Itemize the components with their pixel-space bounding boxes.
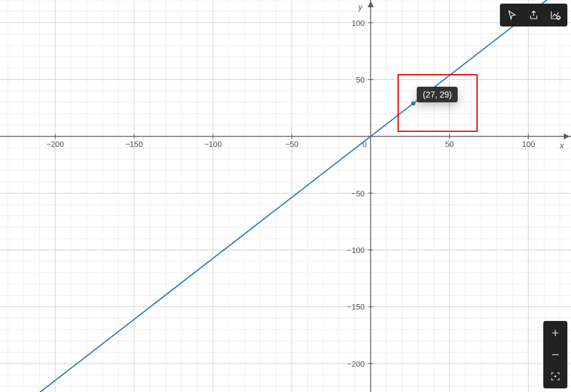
- zoom-fit-button[interactable]: [544, 366, 566, 387]
- graph-settings-icon: [550, 10, 561, 20]
- tooltip-text: (27, 29): [423, 90, 452, 99]
- svg-text:−200: −200: [46, 140, 64, 149]
- svg-text:−50: −50: [285, 140, 298, 149]
- svg-marker-87: [564, 133, 570, 139]
- graph-settings-button[interactable]: [544, 6, 566, 24]
- pointer-icon: [507, 10, 517, 20]
- svg-text:50: 50: [445, 140, 454, 149]
- svg-text:−50: −50: [351, 189, 364, 198]
- minus-icon: [550, 349, 561, 360]
- chart-area[interactable]: −200−150−100−50050100−200−150−100−505010…: [0, 0, 571, 392]
- zoom-out-button[interactable]: [544, 344, 566, 366]
- fit-icon: [550, 371, 561, 382]
- svg-text:−100: −100: [204, 140, 222, 149]
- svg-text:−200: −200: [347, 359, 364, 369]
- svg-text:−150: −150: [347, 302, 364, 311]
- toolbar-top: [500, 4, 567, 26]
- svg-point-120: [555, 376, 557, 378]
- svg-text:100: 100: [352, 19, 365, 28]
- svg-text:100: 100: [522, 140, 535, 149]
- svg-point-118: [411, 101, 416, 105]
- share-button[interactable]: [523, 6, 544, 24]
- share-icon: [528, 10, 539, 20]
- tooltip: (27, 29): [417, 87, 458, 102]
- svg-text:50: 50: [356, 75, 364, 84]
- zoom-in-button[interactable]: [544, 322, 566, 344]
- svg-text:−100: −100: [347, 246, 364, 255]
- svg-marker-88: [367, 1, 373, 7]
- toolbar-zoom: [543, 321, 567, 388]
- svg-text:y: y: [358, 2, 363, 11]
- plus-icon: [550, 328, 561, 338]
- pointer-tool-button[interactable]: [501, 6, 523, 24]
- svg-text:x: x: [560, 141, 564, 150]
- svg-text:−150: −150: [125, 140, 143, 149]
